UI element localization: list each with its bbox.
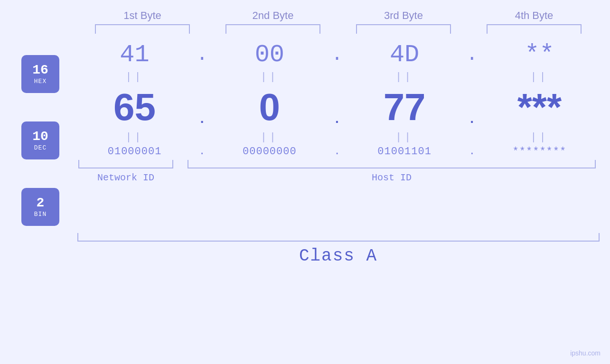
class-label: Class A [77, 246, 600, 266]
bin-dot-3: . [465, 146, 479, 158]
bracket-top-2 [225, 24, 320, 34]
main-container: 1st Byte 2nd Byte 3rd Byte 4th Byte 16 H… [0, 0, 610, 364]
hex-value-row: 41 . 00 . 4D . ** [64, 41, 610, 69]
bin-dot-2: . [330, 146, 344, 158]
byte-header-4: 4th Byte [482, 9, 586, 22]
hex-b4: ** [487, 41, 591, 69]
eq-2-4: || [487, 131, 591, 143]
eq-1-4: || [487, 71, 591, 83]
dec-b3: 77 [352, 85, 457, 129]
eq-2-1: || [83, 131, 187, 143]
bracket-top-3 [356, 24, 451, 34]
hex-badge-label: HEX [34, 78, 47, 85]
dec-value-row: 65 . 0 . 77 . *** [64, 85, 610, 129]
content-area: 16 HEX 10 DEC 2 BIN 41 . 00 [0, 41, 610, 226]
badges-column: 16 HEX 10 DEC 2 BIN [21, 41, 59, 226]
eq-1-1: || [83, 71, 187, 83]
dec-dot-2: . [330, 112, 344, 127]
bin-b3: 01001101 [352, 146, 457, 158]
bracket-bottom-network [78, 160, 173, 168]
dec-b2: 0 [217, 85, 322, 129]
dec-dot-1: . [195, 112, 209, 127]
bin-b4: ******** [487, 146, 591, 158]
bin-badge-label: BIN [34, 211, 47, 218]
values-grid: 41 . 00 . 4D . ** || || [64, 41, 610, 183]
dec-badge: 10 DEC [21, 121, 59, 159]
dec-dot-3: . [465, 112, 479, 127]
eq-2-3: || [352, 131, 457, 143]
dec-b1: 65 [83, 85, 187, 129]
byte-header-3: 3rd Byte [351, 9, 456, 22]
bracket-bottom-host [188, 160, 596, 168]
bracket-bottom-gap-1 [173, 160, 188, 168]
dec-badge-label: DEC [34, 144, 47, 151]
long-bracket-container: Class A [77, 233, 600, 266]
bracket-top-4 [487, 24, 582, 34]
hex-b1: 41 [83, 41, 187, 69]
hex-dot-1: . [195, 44, 209, 65]
bin-value-row: 01000001 . 00000000 . 01001101 . *******… [64, 146, 610, 158]
equals-row-1: || || || || [64, 69, 610, 85]
bin-badge: 2 BIN [21, 188, 59, 226]
byte-headers-row: 1st Byte 2nd Byte 3rd Byte 4th Byte [77, 9, 600, 22]
bottom-brackets-section: Network ID Host ID [64, 160, 610, 183]
long-bottom-bracket [77, 233, 600, 242]
hex-b2: 00 [217, 41, 322, 69]
equals-row-2: || || || || [64, 129, 610, 146]
dec-badge-number: 10 [32, 130, 48, 144]
byte-header-1: 1st Byte [90, 9, 195, 22]
bin-b1: 01000001 [83, 146, 187, 158]
hex-b3: 4D [352, 41, 457, 69]
hex-badge-number: 16 [32, 63, 48, 78]
byte-header-2: 2nd Byte [221, 9, 325, 22]
bin-badge-number: 2 [37, 196, 45, 211]
bin-dot-1: . [195, 146, 209, 158]
network-id-label: Network ID [78, 172, 173, 183]
dec-b4: *** [487, 85, 591, 129]
hex-dot-3: . [465, 44, 479, 65]
hex-dot-2: . [330, 44, 344, 65]
bracket-top-1 [95, 24, 190, 34]
bottom-brackets [78, 160, 596, 168]
eq-1-3: || [352, 71, 457, 83]
hex-badge: 16 HEX [21, 55, 59, 93]
network-host-labels: Network ID Host ID [78, 172, 596, 183]
eq-1-2: || [217, 71, 322, 83]
host-id-label: Host ID [188, 172, 596, 183]
top-brackets [77, 24, 600, 34]
watermark: ipshu.com [570, 349, 601, 357]
eq-2-2: || [217, 131, 322, 143]
bin-b2: 00000000 [217, 146, 322, 158]
